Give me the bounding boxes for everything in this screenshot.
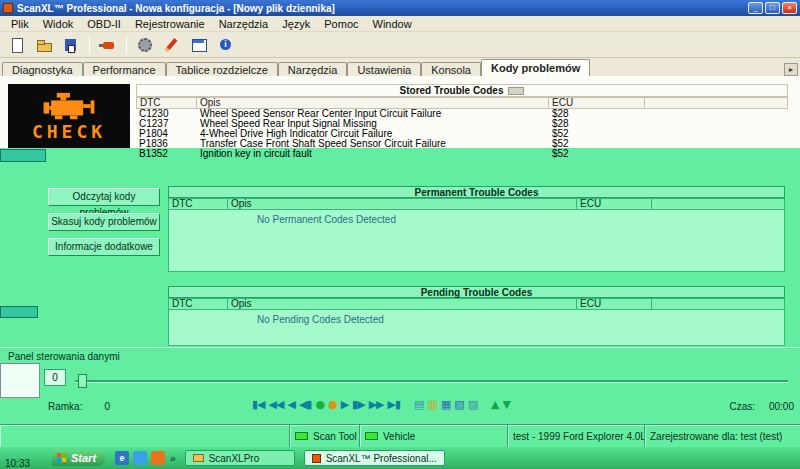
toolbar-button[interactable] [214, 34, 238, 56]
step-back-icon[interactable]: ◀ [287, 398, 294, 412]
pending-column-headers: DTC Opis ECU [168, 298, 785, 310]
clear-codes-button[interactable]: Skasuj kody problemów [48, 213, 160, 231]
tab-bar: DiagnostykaPerformanceTablice rozdzielcz… [0, 58, 800, 76]
window-title: ScanXL™ Professional - Nowa konfiguracja… [17, 3, 748, 14]
pending-empty-message: No Pending Codes Detected [257, 314, 384, 325]
step-forward-icon[interactable]: ▶ [341, 398, 348, 412]
new-log-icon[interactable]: ▤ [414, 398, 423, 412]
toolbar-button[interactable] [96, 34, 120, 56]
frame-number-box: 0 [44, 369, 66, 386]
menu-plik[interactable]: Plik [4, 18, 36, 30]
column-header-opis[interactable]: Opis [228, 298, 577, 310]
skip-to-start-icon[interactable]: ▮◀ [252, 398, 265, 412]
opis-cell: Wheel Speed Sensor Rear Center Input Cir… [197, 109, 549, 119]
check-engine-label: CHECK [32, 123, 106, 141]
table-row[interactable]: C1230 Wheel Speed Sensor Rear Center Inp… [136, 109, 788, 119]
column-header-dtc[interactable]: DTC [168, 198, 228, 210]
background-window-fragment [0, 149, 46, 162]
slider-thumb[interactable] [78, 374, 87, 388]
taskbar-button-scanxl-professional[interactable]: ScanXL™ Professional... [304, 450, 445, 466]
column-header-ecu[interactable]: ECU [549, 97, 645, 109]
minimize-button[interactable]: _ [748, 2, 763, 14]
save-log-icon[interactable]: ▦ [441, 398, 450, 412]
tab-ustawienia[interactable]: Ustawienia [347, 62, 421, 76]
taskbar-button-scanxlpro[interactable]: ScanXLPro [185, 450, 295, 466]
timeline-slider[interactable] [75, 380, 788, 383]
dtc-cell: P1836 [136, 139, 197, 149]
ecu-cell: $52 [549, 129, 645, 139]
show-desktop-icon[interactable] [133, 451, 147, 465]
tab-konsola[interactable]: Konsola [421, 62, 481, 76]
column-header-opis[interactable]: Opis [197, 97, 549, 109]
status-segment-empty [0, 425, 290, 447]
close-button[interactable]: × [782, 2, 797, 14]
menu-pomoc[interactable]: Pomoc [317, 18, 365, 30]
background-window-fragment [0, 306, 38, 318]
print-log-icon[interactable]: ▨ [468, 398, 477, 412]
quick-launch-overflow[interactable]: » [170, 453, 176, 464]
menu-obd-ii[interactable]: OBD-II [80, 18, 128, 30]
opis-cell: 4-Wheel Drive High Indicator Circuit Fai… [197, 129, 549, 139]
dtc-cell: P1804 [136, 129, 197, 139]
column-header-ecu[interactable]: ECU [577, 198, 652, 210]
dtc-cell: C1230 [136, 109, 197, 119]
fast-rewind-icon[interactable]: ◀◀ [269, 398, 284, 412]
tab-narzedzia[interactable]: Narzędzia [278, 62, 348, 76]
table-row[interactable]: C1237 Wheel Speed Rear Input Signal Miss… [136, 119, 788, 129]
tab-diagnostyka[interactable]: Diagnostyka [2, 62, 83, 76]
open-log-icon[interactable]: ▥ [427, 398, 436, 412]
tab-scroll-right-icon[interactable]: ▸ [784, 63, 798, 76]
status-segment-vehicle: Vehicle [360, 425, 508, 447]
check-engine-indicator: CHECK [8, 84, 130, 148]
toolbar-button[interactable] [32, 34, 56, 56]
toolbar-button[interactable] [133, 34, 157, 56]
opis-cell: Wheel Speed Rear Input Signal Missing [197, 119, 549, 129]
table-row[interactable]: B1352 Ignition key in circuit fault $52 [136, 149, 788, 159]
upload-icon[interactable]: ▲ [491, 398, 498, 412]
menu-window[interactable]: Window [366, 18, 419, 30]
column-header-dtc[interactable]: DTC [136, 97, 197, 109]
record-icon[interactable]: ● [315, 398, 324, 412]
column-header-opis[interactable]: Opis [228, 198, 577, 210]
toolbar-button[interactable] [187, 34, 211, 56]
pause-icon[interactable]: ● [328, 398, 337, 412]
toolbar-button[interactable] [59, 34, 83, 56]
stored-column-headers: DTC Opis ECU [136, 97, 788, 109]
read-codes-button[interactable]: Odczytaj kody problemów [48, 188, 160, 206]
status-bar: Scan Tool Vehicle test - 1999 Ford Explo… [0, 424, 800, 447]
menu-jezyk[interactable]: Język [275, 18, 317, 30]
additional-info-button[interactable]: Informacje dodatkowe [48, 238, 160, 256]
tab-performance[interactable]: Performance [83, 62, 166, 76]
download-icon[interactable]: ▼ [503, 398, 510, 412]
scanxl-app-icon [312, 454, 321, 463]
toolbar-button[interactable] [5, 34, 29, 56]
table-row[interactable]: P1836 Transfer Case Front Shaft Speed Se… [136, 139, 788, 149]
menu-rejestrowanie[interactable]: Rejestrowanie [128, 18, 212, 30]
media-player-icon[interactable] [151, 451, 165, 465]
export-log-icon[interactable]: ▧ [454, 398, 463, 412]
fast-forward-icon[interactable]: ▶▶ [369, 398, 384, 412]
permanent-codes-title: Permanent Trouble Codes [168, 186, 785, 198]
ie-icon[interactable]: e [115, 451, 129, 465]
tab-tablice-rozdzielcze[interactable]: Tablice rozdzielcze [166, 62, 278, 76]
maximize-button[interactable]: □ [765, 2, 780, 14]
table-row[interactable]: P1804 4-Wheel Drive High Indicator Circu… [136, 129, 788, 139]
play-icon[interactable]: ▮▶ [352, 398, 365, 412]
skip-to-end-icon[interactable]: ▶▮ [388, 398, 401, 412]
column-header-dtc[interactable]: DTC [168, 298, 228, 310]
dtc-cell: B1352 [136, 149, 197, 159]
frame-value: 0 [104, 401, 110, 412]
toolbar [0, 32, 800, 58]
menu-widok[interactable]: Widok [36, 18, 81, 30]
start-button[interactable]: Start [52, 450, 105, 466]
taskbar: 10:33 Start e » ScanXLPro ScanXL™ Profes… [0, 447, 800, 469]
permanent-codes-body: No Permanent Codes Detected [168, 210, 785, 272]
play-reverse-icon[interactable]: ◀▮ [299, 398, 312, 412]
column-header-ecu[interactable]: ECU [577, 298, 652, 310]
vehicle-info: test - 1999 Ford Explorer 4.0L SOHC [513, 431, 644, 442]
menu-narzedzia[interactable]: Narzędzia [212, 18, 276, 30]
opis-cell: Ignition key in circuit fault [197, 149, 549, 159]
toolbar-button[interactable] [160, 34, 184, 56]
tab-kody-problemow[interactable]: Kody problemów [481, 59, 590, 76]
taskbar-button-label: ScanXL™ Professional... [326, 453, 437, 464]
